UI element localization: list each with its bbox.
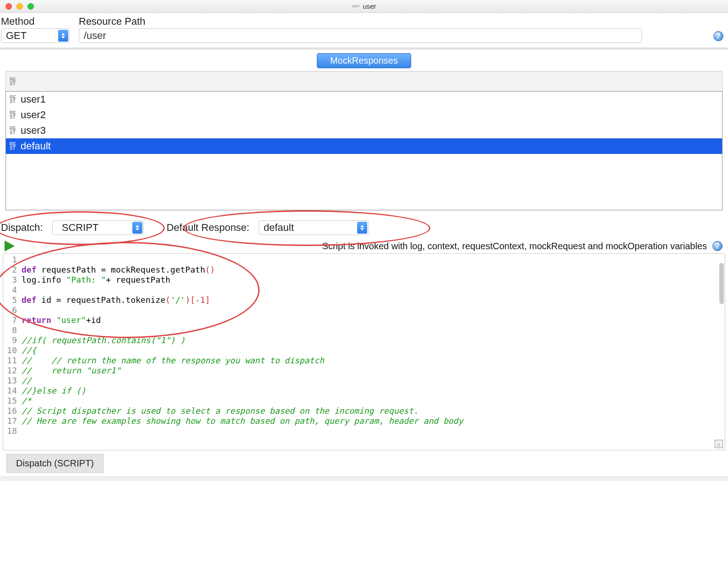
- method-select[interactable]: GET: [1, 28, 70, 43]
- select-stepper-icon: [132, 222, 142, 234]
- mock-responses-list[interactable]: RESTuser1RESTuser2RESTuser3RESTdefault: [5, 91, 723, 210]
- list-item[interactable]: RESTuser3: [6, 123, 722, 138]
- list-item[interactable]: RESTuser1: [6, 92, 722, 107]
- method-value: GET: [6, 30, 27, 42]
- dispatch-config-row: Dispatch: SCRIPT Default Response: defau…: [0, 214, 728, 241]
- list-item-label: user2: [21, 109, 46, 121]
- dispatch-value: SCRIPT: [57, 222, 99, 234]
- title-method-badge: GET: [352, 4, 360, 8]
- rest-icon: REST: [10, 142, 16, 150]
- method-label: Method: [1, 16, 70, 27]
- line-number-gutter: 1 2 3 4 5 6 7 8 9 10 11 12 13 14 15 16 1…: [3, 254, 19, 450]
- list-item[interactable]: RESTuser2: [6, 107, 722, 123]
- dispatch-label: Dispatch:: [1, 222, 43, 234]
- script-hint: Script is invoked with log, context, req…: [24, 241, 710, 252]
- script-editor[interactable]: 1 2 3 4 5 6 7 8 9 10 11 12 13 14 15 16 1…: [3, 253, 725, 450]
- help-icon[interactable]: ?: [712, 241, 723, 251]
- resource-path-label: Resource Path: [79, 16, 704, 27]
- default-response-value: default: [264, 222, 294, 234]
- rest-icon: REST: [10, 126, 16, 135]
- mock-responses-toolbar: REST: [5, 71, 723, 91]
- dispatch-select[interactable]: SCRIPT: [52, 220, 144, 235]
- select-stepper-icon: [58, 30, 68, 42]
- find-icon[interactable]: ⌕: [715, 440, 723, 448]
- bottom-tab-area: Dispatch (SCRIPT): [0, 450, 728, 476]
- horizontal-scrollbar[interactable]: [0, 476, 728, 481]
- dispatch-script-tab[interactable]: Dispatch (SCRIPT): [6, 454, 103, 473]
- default-response-select[interactable]: default: [259, 220, 369, 235]
- rest-icon: REST: [10, 95, 16, 104]
- code-area[interactable]: def requestPath = mockRequest.getPath() …: [19, 254, 725, 450]
- list-item-label: default: [21, 140, 51, 152]
- list-item-label: user1: [21, 93, 46, 105]
- script-header: Script is invoked with log, context, req…: [0, 241, 728, 253]
- run-script-button[interactable]: [5, 241, 15, 252]
- help-icon[interactable]: ?: [713, 31, 723, 41]
- request-config-row: Method GET Resource Path ?: [0, 13, 728, 48]
- rest-icon: REST: [10, 111, 16, 119]
- mock-responses-panel: MockResponses REST RESTuser1RESTuser2RES…: [0, 49, 728, 214]
- list-item[interactable]: RESTdefault: [6, 138, 722, 154]
- rest-icon[interactable]: REST: [10, 77, 16, 86]
- list-item-label: user3: [21, 125, 46, 137]
- window-title: user: [363, 2, 376, 10]
- window-titlebar: GET user: [0, 0, 728, 13]
- resource-path-input[interactable]: [79, 28, 642, 43]
- mock-responses-tab[interactable]: MockResponses: [317, 53, 411, 68]
- vertical-scrollbar[interactable]: [719, 263, 724, 304]
- select-stepper-icon: [357, 222, 367, 234]
- default-response-label: Default Response:: [167, 222, 250, 234]
